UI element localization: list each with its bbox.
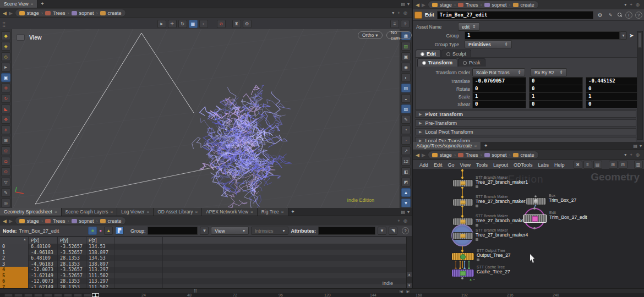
breadcrumb-sopnet[interactable]: sopnet	[79, 10, 94, 16]
multi-handle-icon[interactable]: ✳	[1, 125, 10, 134]
view-dropdown[interactable]: View▾	[211, 227, 249, 235]
ortho-dropdown[interactable]: Ortho▾	[358, 31, 383, 39]
gear-icon[interactable]: ⚙	[596, 12, 604, 19]
tab-sculpt[interactable]: Sculpt	[441, 50, 471, 58]
breadcrumb-trees[interactable]: Trees	[466, 2, 478, 8]
node-body[interactable]	[452, 232, 473, 240]
node-trim-box-27-edit[interactable]: Edit Trim_Box_27_edit	[523, 215, 547, 223]
group-menu-icon[interactable]: ▾	[620, 31, 627, 40]
grid-snap-icon[interactable]: ⊞	[609, 161, 618, 169]
table-row[interactable]: 1-4.96183-3.52657138.897	[0, 250, 407, 256]
tab-rig-tree[interactable]: Rig Tree×	[258, 208, 288, 216]
flipbook-icon[interactable]: ▫	[199, 20, 208, 28]
display-options-icon[interactable]: ▥	[634, 161, 643, 169]
tab-apex-network-view[interactable]: APEX Network View×	[202, 208, 258, 216]
lock-camera-icon[interactable]: ▣	[401, 52, 411, 61]
menu-labs[interactable]: Labs	[538, 162, 549, 168]
close-icon[interactable]: ×	[195, 210, 198, 215]
rotate-z-field[interactable]: 0	[586, 85, 642, 93]
wireframe-icon[interactable]: ▧	[401, 42, 411, 51]
breadcrumb-trees[interactable]: Trees	[53, 10, 66, 16]
section-pre-transform[interactable]: ▶ Pre-Transform	[415, 119, 636, 127]
close-icon[interactable]: ×	[281, 210, 284, 215]
pane-split-icon[interactable]: ▤	[401, 210, 405, 215]
new-tab-button[interactable]: +	[37, 0, 47, 8]
table-row[interactable]: 26.4810928.1353134.53	[0, 255, 407, 261]
point-snap-icon[interactable]: Ω	[1, 146, 10, 155]
transport-button[interactable]	[44, 294, 52, 297]
parms-list-icon[interactable]: ▤	[593, 161, 602, 169]
col-py-header[interactable]: P[y]	[58, 237, 86, 244]
translate-z-field[interactable]: -0.445152	[586, 77, 642, 85]
node-cache-tree-27[interactable]: STT Cache Tree Cache_Tree_27 ▲ ▪	[451, 269, 474, 277]
breadcrumb-create[interactable]: create	[521, 152, 534, 158]
timeline[interactable]: 1 24487296120144168192216240	[0, 293, 644, 297]
asset-name-dropdown[interactable]: edit ⇕	[458, 23, 479, 31]
transport-button[interactable]	[34, 294, 42, 297]
secure-selection-icon[interactable]: ▣	[1, 73, 10, 82]
group-select-arrow-icon[interactable]: ➤	[629, 32, 634, 38]
breadcrumb-stage[interactable]: stage	[440, 152, 452, 158]
back-icon[interactable]: ◀	[3, 218, 7, 224]
points-icon[interactable]: ∙	[401, 136, 411, 145]
brush-icon[interactable]: ✎	[607, 12, 614, 19]
annotate-icon[interactable]: ✎	[401, 115, 411, 124]
tab-peak[interactable]: Peak	[458, 58, 485, 67]
network-canvas[interactable]: Indie Edition Geometry	[413, 169, 644, 288]
forward-icon[interactable]: ▶	[422, 2, 425, 8]
col-pz-header[interactable]: P[z]	[86, 237, 114, 244]
collapse-arrow-icon[interactable]: ▶	[419, 112, 422, 117]
node-body[interactable]	[526, 197, 547, 205]
breadcrumb-stage[interactable]: stage	[27, 218, 39, 224]
menu-help[interactable]: Help	[554, 162, 565, 168]
help-icon[interactable]: ?	[401, 20, 410, 28]
search-icon[interactable]	[617, 12, 623, 18]
menu-edit[interactable]: Edit	[434, 162, 443, 168]
breadcrumb-create[interactable]: create	[108, 218, 122, 224]
table-row[interactable]: 06.48109-3.52657134.53	[0, 244, 407, 250]
collapse-arrow-icon[interactable]: ▶	[419, 130, 422, 134]
radial-menu-icon[interactable]: ◎	[636, 2, 640, 7]
table-row-selected[interactable]: 6-12.007328.1353113.297	[0, 278, 407, 284]
menu-layout[interactable]: Layout	[493, 162, 508, 168]
help-icon[interactable]: ?	[402, 227, 409, 234]
pane-menu-icon[interactable]: ▾	[407, 210, 410, 215]
path-dropdown-icon[interactable]: ▾	[624, 152, 626, 157]
no-live-icon[interactable]: ⊘	[217, 20, 226, 28]
stereo-menu-icon[interactable]: ≡	[390, 20, 399, 28]
close-icon[interactable]: ×	[474, 144, 477, 148]
vertex-mode-icon[interactable]: ▲	[104, 227, 113, 235]
pin-icon[interactable]: +	[397, 10, 400, 15]
tab-transform[interactable]: Transform	[417, 58, 457, 67]
node-body[interactable]	[523, 215, 547, 223]
transform-order-dropdown[interactable]: Scale Rot Trans⇕	[472, 68, 525, 76]
grid-align-icon[interactable]: ⊟	[619, 161, 627, 169]
node-body[interactable]	[452, 179, 473, 187]
pane-split-icon[interactable]: ▤	[401, 2, 405, 7]
divider-icon[interactable]: ▽	[1, 178, 10, 186]
tab-edit[interactable]: Edit	[416, 50, 441, 58]
table-row-selected[interactable]: 5-1.62149-3.52657111.502	[0, 273, 407, 279]
snapshot-icon[interactable]: ▦	[189, 20, 198, 28]
tab-geometry-spreadsheet[interactable]: Geometry Spreadsheet×	[0, 208, 62, 216]
snapshot-tool-icon[interactable]: ◈	[1, 42, 10, 51]
shear-y-field[interactable]: 0	[529, 100, 583, 108]
template-display-icon[interactable]: ◩	[401, 178, 411, 186]
layout-tool-icon[interactable]: ◇	[1, 52, 10, 61]
rotate-y-field[interactable]: 0	[529, 85, 583, 93]
close-icon[interactable]: ×	[147, 210, 150, 215]
node-tree-27-branch-maker2[interactable]: STT Branch Maker Tree_27_branch_maker2	[452, 199, 473, 206]
camera-dropdown[interactable]: No cam▾	[386, 31, 412, 39]
scroll-right-icon[interactable]: ▶	[405, 289, 411, 293]
translate-x-field[interactable]: -0.0769057	[472, 77, 526, 85]
transport-button[interactable]	[74, 294, 82, 297]
node-body[interactable]	[451, 252, 474, 261]
scale-z-field[interactable]: 1	[586, 92, 642, 101]
menu-go[interactable]: Go	[448, 162, 455, 168]
tab-log-viewer[interactable]: Log Viewer×	[117, 208, 154, 216]
backface-icon[interactable]: ◔	[401, 125, 411, 134]
tab-od-asset-library[interactable]: OD Asset Library×	[154, 208, 202, 216]
radial-menu-icon[interactable]: ◎	[403, 10, 407, 15]
current-frame-indicator[interactable]: 1	[92, 293, 99, 297]
path-dropdown-icon[interactable]: ▾	[624, 2, 626, 7]
